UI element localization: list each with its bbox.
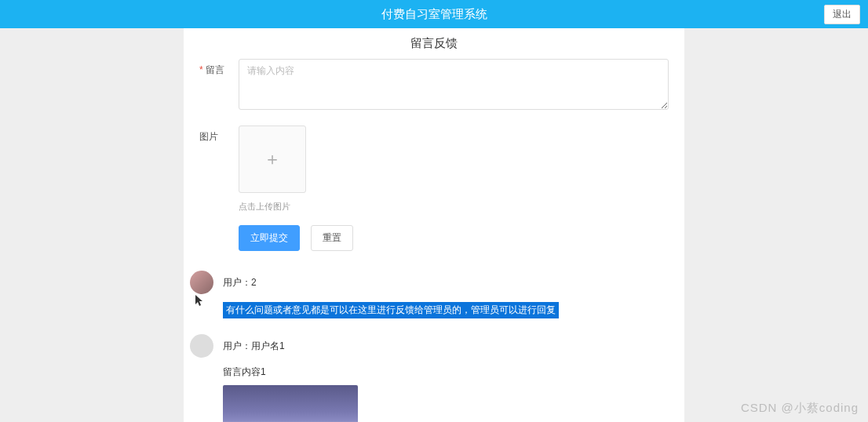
- message-label: *留言: [199, 59, 239, 77]
- message-user: 用户：用户名1: [223, 340, 285, 353]
- plus-icon: ＋: [264, 147, 281, 171]
- message-user: 用户：2: [223, 276, 257, 289]
- reset-button[interactable]: 重置: [311, 225, 353, 251]
- avatar: [190, 271, 213, 294]
- page-title: 留言反馈: [184, 28, 684, 59]
- app-header: 付费自习室管理系统 退出: [0, 0, 868, 28]
- upload-hint: 点击上传图片: [239, 201, 669, 213]
- watermark: CSDN @小蔡coding: [741, 401, 859, 416]
- image-upload-box[interactable]: ＋: [239, 126, 306, 193]
- feedback-form: *留言 图片 ＋ 点击上传图片 立即提交 重置: [184, 59, 684, 263]
- message-item: 用户：2 有什么问题或者意见都是可以在这里进行反馈给管理员的，管理员可以进行回复: [190, 271, 678, 318]
- submit-button[interactable]: 立即提交: [239, 225, 300, 251]
- message-item: 用户：用户名1 留言内容1: [190, 334, 678, 422]
- image-label: 图片: [199, 126, 239, 144]
- app-title: 付费自习室管理系统: [381, 7, 487, 22]
- avatar: [190, 334, 213, 358]
- main-panel: 留言反馈 *留言 图片 ＋ 点击上传图片 立即提交 重置 用户: [184, 28, 684, 422]
- logout-button[interactable]: 退出: [824, 5, 860, 24]
- message-content: 留言内容1: [223, 366, 678, 422]
- message-content-highlighted: 有什么问题或者意见都是可以在这里进行反馈给管理员的，管理员可以进行回复: [223, 302, 559, 318]
- message-textarea[interactable]: [239, 59, 669, 110]
- message-image[interactable]: [223, 385, 358, 422]
- message-list: 用户：2 有什么问题或者意见都是可以在这里进行反馈给管理员的，管理员可以进行回复…: [184, 263, 684, 422]
